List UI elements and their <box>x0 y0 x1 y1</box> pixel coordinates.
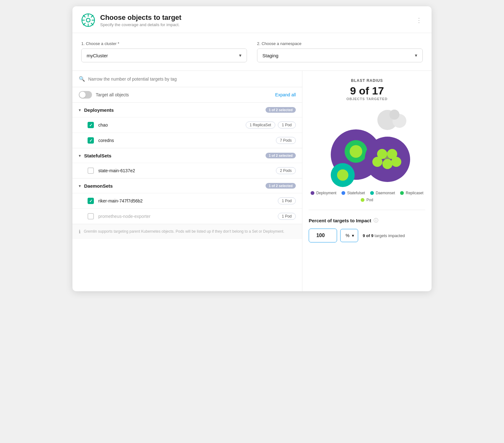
coredns-pods-tag: 7 Pods <box>276 137 296 144</box>
riker-pod-tag: 1 Pod <box>278 197 296 204</box>
statefulset-legend-dot <box>341 191 345 195</box>
chao-name: chao <box>98 122 108 128</box>
percent-input-row: % ▾ 9 of 9 targets impacted <box>309 229 425 242</box>
section-divider <box>309 210 425 210</box>
percent-targets-count: 9 of 9 <box>363 233 373 238</box>
cluster-label: 1. Choose a cluster * <box>81 41 247 46</box>
blast-radius-title: BLAST RADIUS <box>351 78 383 83</box>
main-content: 🔍 Target all objects Expand all ▾ Deploy… <box>72 71 432 291</box>
table-row: chao 1 ReplicaSet 1 Pod <box>72 117 302 133</box>
deployments-title: Deployments <box>84 107 114 113</box>
chao-pod-tag: 1 Pod <box>278 122 296 128</box>
deployment-legend-label: Deployment <box>316 191 336 195</box>
main-window: Choose objects to target Specify the cov… <box>72 6 432 291</box>
percent-targets-label: targets impacted <box>375 233 405 238</box>
namespace-value: Staging <box>262 53 278 58</box>
footer-note: ℹ Gremlin supports targeting parent Kube… <box>72 224 302 239</box>
prometheus-tags: 1 Pod <box>278 213 296 220</box>
target-all-toggle[interactable] <box>79 91 92 99</box>
daemonsets-header-left: ▾ DaemonSets <box>79 183 113 189</box>
target-all-left: Target all objects <box>79 91 129 99</box>
percent-unit-value: % <box>346 233 349 238</box>
state-main-name: state-main-6137e2 <box>98 168 135 173</box>
chao-tags: 1 ReplicaSet 1 Pod <box>246 122 296 128</box>
left-panel: 🔍 Target all objects Expand all ▾ Deploy… <box>72 71 302 291</box>
cluster-value: myCluster <box>87 53 108 58</box>
prometheus-name: prometheus-node-exporter <box>98 214 151 219</box>
target-all-label: Target all objects <box>96 92 129 97</box>
legend-item-statefulset: Statefulset <box>341 191 365 195</box>
coredns-tags: 7 Pods <box>276 137 296 144</box>
statefulset-legend-label: Statefulset <box>347 191 365 195</box>
namespace-dropdown[interactable]: Staging ▾ <box>257 48 423 62</box>
chao-replicaset-tag: 1 ReplicaSet <box>246 122 275 128</box>
daemonset-legend-dot <box>370 191 374 195</box>
state-main-tags: 2 Pods <box>276 167 296 174</box>
pod-legend-dot <box>361 198 364 202</box>
search-icon: 🔍 <box>79 76 85 82</box>
page-subtitle: Specify the coverage and details for imp… <box>100 22 181 27</box>
table-row: prometheus-node-exporter 1 Pod <box>72 208 302 224</box>
target-all-row: Target all objects Expand all <box>72 87 302 103</box>
percent-unit-chevron-icon: ▾ <box>352 233 354 238</box>
search-input[interactable] <box>88 77 296 82</box>
selectors-row: 1. Choose a cluster * myCluster ▾ 2. Cho… <box>72 33 432 71</box>
coredns-checkbox[interactable] <box>88 137 94 144</box>
helm-icon <box>81 13 95 27</box>
info-icon: ℹ <box>79 229 81 235</box>
percent-header: Percent of targets to Impact ⓘ <box>309 218 425 224</box>
replicaset-legend-label: Replicaset <box>406 191 423 195</box>
coredns-name: coredns <box>98 138 114 143</box>
statefulsets-badge: 1 of 2 selected <box>266 153 296 158</box>
item-left: state-main-6137e2 <box>88 168 135 174</box>
percent-input[interactable] <box>309 229 337 242</box>
svg-point-12 <box>389 110 399 120</box>
state-main-checkbox[interactable] <box>88 168 94 174</box>
percent-targets: 9 of 9 targets impacted <box>363 233 405 238</box>
percent-title: Percent of targets to Impact <box>309 218 371 223</box>
replicaset-legend-dot <box>400 191 404 195</box>
riker-tags: 1 Pod <box>278 197 296 204</box>
cluster-chevron-icon: ▾ <box>239 53 242 58</box>
statefulsets-title: StatefulSets <box>84 153 112 158</box>
footer-note-text: Gremlin supports targeting parent Kubern… <box>84 229 284 234</box>
daemonsets-section: ▾ DaemonSets 1 of 2 selected riker-main-… <box>72 179 302 224</box>
chao-checkbox[interactable] <box>88 122 94 128</box>
legend: Deployment Statefulset Daemonset Replica… <box>309 191 425 202</box>
cluster-dropdown[interactable]: myCluster ▾ <box>81 48 247 62</box>
deployments-header[interactable]: ▾ Deployments 1 of 2 selected <box>72 103 302 117</box>
daemonsets-header[interactable]: ▾ DaemonSets 1 of 2 selected <box>72 179 302 193</box>
statefulsets-chevron-icon: ▾ <box>79 153 81 158</box>
daemonsets-title: DaemonSets <box>84 183 113 189</box>
header-menu-button[interactable]: ⋮ <box>416 16 423 24</box>
percent-unit-select[interactable]: % ▾ <box>340 229 358 242</box>
item-left: riker-main-747f7d56b2 <box>88 198 143 204</box>
blast-radius-count: 9 of 17 <box>350 85 384 97</box>
statefulsets-header[interactable]: ▾ StatefulSets 1 of 2 selected <box>72 148 302 163</box>
page-title: Choose objects to target <box>100 14 181 22</box>
deployment-legend-dot <box>311 191 314 195</box>
daemonsets-badge: 1 of 2 selected <box>266 183 296 189</box>
table-row: riker-main-747f7d56b2 1 Pod <box>72 193 302 208</box>
table-row: coredns 7 Pods <box>72 133 302 148</box>
riker-checkbox[interactable] <box>88 198 94 204</box>
statefulsets-header-left: ▾ StatefulSets <box>79 153 112 158</box>
legend-item-daemonset: Daemonset <box>370 191 395 195</box>
expand-all-button[interactable]: Expand all <box>275 92 296 97</box>
search-bar: 🔍 <box>72 71 302 87</box>
percent-info-icon[interactable]: ⓘ <box>374 218 378 224</box>
svg-point-1 <box>86 18 90 22</box>
daemonsets-chevron-icon: ▾ <box>79 184 81 188</box>
pod-legend-label: Pod <box>366 198 373 202</box>
svg-point-23 <box>391 157 401 167</box>
item-left: coredns <box>88 137 114 144</box>
bubble-chart <box>321 106 413 188</box>
svg-point-24 <box>383 152 392 161</box>
daemonset-legend-label: Daemonset <box>376 191 395 195</box>
prometheus-pod-tag: 1 Pod <box>278 213 296 220</box>
deployments-badge: 1 of 2 selected <box>266 107 296 113</box>
deployments-header-left: ▾ Deployments <box>79 107 114 113</box>
namespace-chevron-icon: ▾ <box>415 53 417 58</box>
blast-radius-section: BLAST RADIUS 9 of 17 OBJECTS TARGETED <box>309 78 425 202</box>
prometheus-checkbox[interactable] <box>88 213 94 219</box>
